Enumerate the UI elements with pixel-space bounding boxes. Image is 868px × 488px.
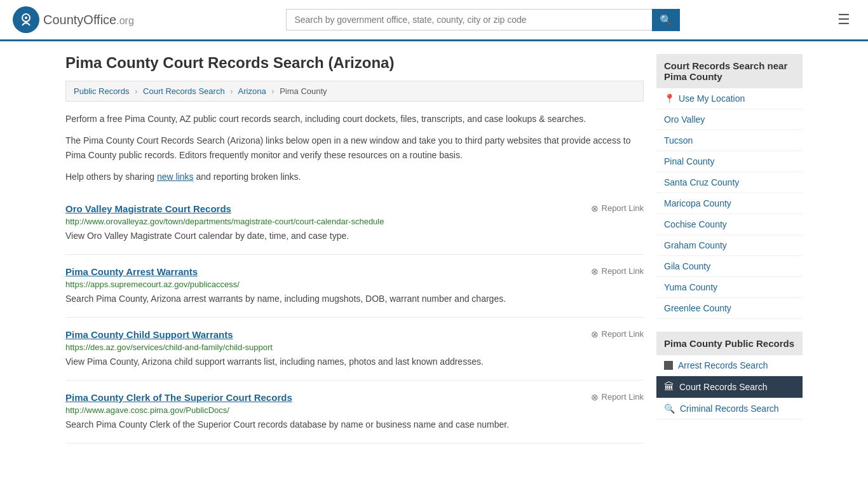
sidebar-public-records-title: Pima County Public Records	[656, 332, 803, 355]
report-link-3[interactable]: ⊗ Report Link	[591, 329, 644, 339]
search-button[interactable]: 🔍	[652, 9, 680, 31]
list-item: Yuma County	[656, 277, 803, 298]
result-item-1: Oro Valley Magistrate Court Records ⊗ Re…	[65, 192, 644, 255]
result-title-3[interactable]: Pima County Child Support Warrants	[65, 329, 233, 340]
description-2: The Pima County Court Records Search (Ar…	[65, 133, 644, 162]
result-title-2[interactable]: Pima County Arrest Warrants	[65, 266, 198, 277]
list-item: Oro Valley	[656, 109, 803, 130]
report-link-4[interactable]: ⊗ Report Link	[591, 392, 644, 402]
result-desc-2: Search Pima County, Arizona arrest warra…	[65, 292, 644, 306]
result-title-1[interactable]: Oro Valley Magistrate Court Records	[65, 203, 231, 214]
criminal-icon: 🔍	[664, 403, 675, 414]
breadcrumb-sep-2: ›	[230, 86, 233, 96]
main-container: Pima County Court Records Search (Arizon…	[53, 41, 815, 456]
result-url-1[interactable]: http://www.orovalleyaz.gov/town/departme…	[65, 217, 644, 226]
sidebar-nearby-section: Court Records Search near Pima County 📍 …	[656, 54, 803, 319]
nearby-yuma[interactable]: Yuma County	[656, 277, 803, 297]
result-title-4[interactable]: Pima County Clerk of The Superior Court …	[65, 392, 292, 403]
nearby-santa-cruz[interactable]: Santa Cruz County	[656, 172, 803, 193]
sidebar-criminal-records[interactable]: 🔍 Criminal Records Search	[656, 398, 803, 419]
breadcrumb-public-records[interactable]: Public Records	[74, 86, 129, 96]
page-title: Pima County Court Records Search (Arizon…	[65, 54, 644, 72]
result-item-3: Pima County Child Support Warrants ⊗ Rep…	[65, 318, 644, 381]
breadcrumb-sep-3: ›	[271, 86, 274, 96]
sidebar-court-records[interactable]: 🏛 Court Records Search	[656, 376, 803, 398]
breadcrumb-arizona[interactable]: Arizona	[238, 86, 266, 96]
sidebar-nearby-title: Court Records Search near Pima County	[656, 54, 803, 88]
new-links-link[interactable]: new links	[157, 172, 194, 182]
breadcrumb: Public Records › Court Records Search › …	[65, 81, 644, 102]
report-link-1[interactable]: ⊗ Report Link	[591, 203, 644, 214]
report-icon-4: ⊗	[591, 392, 599, 402]
list-item: Graham County	[656, 235, 803, 256]
location-pin-icon: 📍	[664, 93, 675, 104]
description-3: Help others by sharing new links and rep…	[65, 170, 644, 184]
list-item: Greenlee County	[656, 298, 803, 319]
result-url-2[interactable]: https://apps.supremecourt.az.gov/publica…	[65, 280, 644, 289]
arrest-records-link[interactable]: Arrest Records Search	[678, 360, 768, 370]
nearby-pinal-county[interactable]: Pinal County	[656, 151, 803, 172]
result-item-4: Pima County Clerk of The Superior Court …	[65, 381, 644, 444]
search-icon: 🔍	[660, 15, 672, 25]
nearby-greenlee[interactable]: Greenlee County	[656, 298, 803, 318]
result-url-4[interactable]: http://www.agave.cosc.pima.gov/PublicDoc…	[65, 405, 644, 415]
list-item: Cochise County	[656, 214, 803, 235]
content-area: Pima County Court Records Search (Arizon…	[65, 54, 644, 444]
breadcrumb-sep-1: ›	[135, 86, 137, 96]
court-icon: 🏛	[664, 381, 674, 393]
report-icon-2: ⊗	[591, 266, 599, 276]
list-item: Santa Cruz County	[656, 172, 803, 193]
nearby-cochise[interactable]: Cochise County	[656, 214, 803, 234]
report-link-2[interactable]: ⊗ Report Link	[591, 266, 644, 276]
result-desc-4: Search Pima County Clerk of the Superior…	[65, 418, 644, 431]
nearby-graham[interactable]: Graham County	[656, 235, 803, 255]
logo-icon	[13, 6, 39, 33]
criminal-records-link[interactable]: Criminal Records Search	[680, 403, 779, 414]
result-url-3[interactable]: https://des.az.gov/services/child-and-fa…	[65, 342, 644, 352]
search-bar: 🔍	[286, 9, 680, 31]
result-desc-3: View Pima County, Arizona child support …	[65, 355, 644, 369]
nearby-oro-valley[interactable]: Oro Valley	[656, 109, 803, 130]
list-item: Pinal County	[656, 151, 803, 172]
description-1: Perform a free Pima County, AZ public co…	[65, 112, 644, 126]
breadcrumb-pima-county: Pima County	[280, 86, 327, 96]
breadcrumb-court-records[interactable]: Court Records Search	[143, 86, 225, 96]
logo-text: CountyOffice.org	[43, 13, 134, 27]
report-icon-1: ⊗	[591, 203, 599, 214]
list-item: Maricopa County	[656, 193, 803, 214]
nearby-tucson[interactable]: Tucson	[656, 130, 803, 151]
sidebar: Court Records Search near Pima County 📍 …	[656, 54, 803, 444]
list-item: Gila County	[656, 256, 803, 277]
svg-point-1	[25, 17, 27, 19]
list-item: Tucson	[656, 130, 803, 151]
site-header: CountyOffice.org 🔍 ☰	[0, 0, 868, 41]
search-input[interactable]	[286, 9, 652, 30]
nearby-gila[interactable]: Gila County	[656, 256, 803, 276]
sidebar-public-records-section: Pima County Public Records Arrest Record…	[656, 332, 803, 419]
nearby-list: Oro Valley Tucson Pinal County Santa Cru…	[656, 109, 803, 319]
arrest-icon	[664, 361, 673, 370]
result-item-2: Pima County Arrest Warrants ⊗ Report Lin…	[65, 255, 644, 318]
use-my-location[interactable]: 📍 Use My Location	[656, 88, 803, 109]
result-desc-1: View Oro Valley Magistrate Court calenda…	[65, 229, 644, 243]
report-icon-3: ⊗	[591, 329, 599, 339]
logo-area[interactable]: CountyOffice.org	[13, 6, 134, 33]
nearby-maricopa[interactable]: Maricopa County	[656, 193, 803, 214]
sidebar-arrest-records[interactable]: Arrest Records Search	[656, 355, 803, 376]
menu-button[interactable]: ☰	[832, 9, 855, 30]
hamburger-icon: ☰	[837, 11, 850, 27]
